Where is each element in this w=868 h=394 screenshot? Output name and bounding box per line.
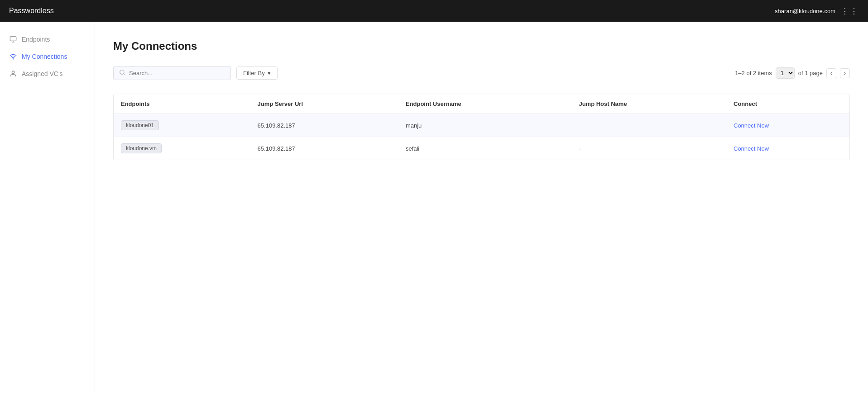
sidebar: Endpoints My Connections Assigned VC <box>0 22 95 394</box>
sidebar-item-endpoints[interactable]: Endpoints <box>0 31 95 48</box>
endpoint-badge: kloudone.vm <box>121 143 162 153</box>
layout: Endpoints My Connections Assigned VC <box>0 22 868 394</box>
page-title: My Connections <box>113 40 850 52</box>
col-jump-server-url: Jump Server Url <box>250 94 398 114</box>
svg-point-4 <box>12 71 14 73</box>
cell-jump-host-name: - <box>571 114 726 137</box>
sidebar-item-my-connections[interactable]: My Connections <box>0 48 95 65</box>
next-page-button[interactable]: › <box>840 68 850 78</box>
table-header: Endpoints Jump Server Url Endpoint Usern… <box>114 94 849 114</box>
wifi-icon <box>9 52 17 61</box>
svg-line-6 <box>124 74 125 75</box>
cell-endpoint-username: sefali <box>398 137 572 160</box>
toolbar: Filter By ▾ 1–2 of 2 items 1 of 1 page ‹… <box>113 66 850 80</box>
app-menu-icon[interactable]: ⋮⋮ <box>841 6 859 16</box>
cell-endpoint: kloudone01 <box>114 114 250 137</box>
user-check-icon <box>9 70 17 78</box>
filter-by-button[interactable]: Filter By ▾ <box>236 66 278 80</box>
toolbar-left: Filter By ▾ <box>113 66 278 80</box>
svg-rect-0 <box>10 37 16 41</box>
pagination-summary: 1–2 of 2 items <box>735 70 772 76</box>
sidebar-item-assigned-vcs-label: Assigned VC's <box>22 70 63 77</box>
cell-jump-host-name: - <box>571 137 726 160</box>
filter-by-label: Filter By <box>243 70 265 76</box>
page-select[interactable]: 1 <box>776 67 795 79</box>
endpoint-badge: kloudone01 <box>121 120 159 130</box>
connections-table: Endpoints Jump Server Url Endpoint Usern… <box>114 94 849 160</box>
connect-now-button[interactable]: Connect Now <box>734 145 769 152</box>
search-icon <box>119 69 125 77</box>
connections-table-container: Endpoints Jump Server Url Endpoint Usern… <box>113 94 850 160</box>
cell-connect: Connect Now <box>726 114 849 137</box>
cell-endpoint-username: manju <box>398 114 572 137</box>
cell-endpoint: kloudone.vm <box>114 137 250 160</box>
prev-page-button[interactable]: ‹ <box>826 68 836 78</box>
cell-connect: Connect Now <box>726 137 849 160</box>
col-endpoint-username: Endpoint Username <box>398 94 572 114</box>
pagination-info: 1–2 of 2 items 1 of 1 page ‹ › <box>735 67 850 79</box>
sidebar-item-my-connections-label: My Connections <box>22 53 67 60</box>
monitor-icon <box>9 35 17 43</box>
sidebar-item-endpoints-label: Endpoints <box>22 36 50 43</box>
navbar: Passwordless sharan@kloudone.com ⋮⋮ <box>0 0 868 22</box>
cell-jump-server-url: 65.109.82.187 <box>250 137 398 160</box>
chevron-down-icon: ▾ <box>268 70 271 76</box>
table-row: kloudone.vm 65.109.82.187 sefali - Conne… <box>114 137 849 160</box>
search-box <box>113 66 231 80</box>
col-endpoints: Endpoints <box>114 94 250 114</box>
navbar-right: sharan@kloudone.com ⋮⋮ <box>775 6 859 16</box>
pagination-of-label: of 1 page <box>798 70 823 76</box>
sidebar-item-assigned-vcs[interactable]: Assigned VC's <box>0 65 95 82</box>
svg-point-3 <box>13 59 13 59</box>
app-brand: Passwordless <box>9 7 54 15</box>
col-connect: Connect <box>726 94 849 114</box>
main-content: My Connections Filter By ▾ <box>95 22 868 394</box>
svg-point-5 <box>120 70 124 74</box>
table-body: kloudone01 65.109.82.187 manju - Connect… <box>114 114 849 160</box>
cell-jump-server-url: 65.109.82.187 <box>250 114 398 137</box>
table-row: kloudone01 65.109.82.187 manju - Connect… <box>114 114 849 137</box>
search-input[interactable] <box>129 70 225 76</box>
user-email: sharan@kloudone.com <box>775 8 835 14</box>
col-jump-host-name: Jump Host Name <box>571 94 726 114</box>
connect-now-button[interactable]: Connect Now <box>734 122 769 129</box>
